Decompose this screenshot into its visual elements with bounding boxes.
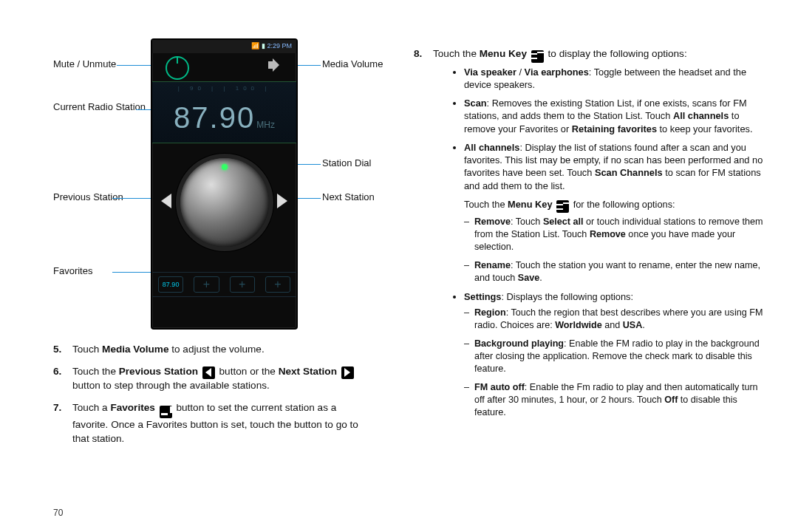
label-next-station: Next Station — [322, 192, 375, 203]
label-station-dial: Station Dial — [322, 158, 371, 169]
opt-scan: Scan: Removes the existing Station List,… — [464, 97, 767, 135]
sub-rename: Rename: Touch the station you want to re… — [474, 259, 767, 284]
frequency-value: 87.90 — [174, 101, 255, 134]
prev-station-button[interactable] — [161, 194, 171, 208]
clock: 2:29 PM — [267, 42, 292, 50]
left-column: Mute / Unmute Current Radio Station Prev… — [53, 38, 375, 454]
step-8: Touch the Menu Key to display the follow… — [414, 47, 767, 419]
page: Mute / Unmute Current Radio Station Prev… — [0, 0, 798, 532]
frequency-display: | 90 | | 100 | 87.90MHz — [152, 81, 296, 143]
all-channels-sub: Remove: Touch Select all or touch indivi… — [464, 216, 767, 284]
chevron-left-icon — [202, 366, 215, 379]
radio-diagram: Mute / Unmute Current Radio Station Prev… — [53, 38, 375, 334]
label-mute: Mute / Unmute — [53, 59, 116, 70]
station-dial[interactable] — [180, 158, 269, 247]
sub-fm-auto-off: FM auto off: Enable the Fm radio to play… — [474, 381, 767, 419]
favorite-slot-4[interactable]: + — [265, 276, 290, 293]
wifi-icon: 📶 — [251, 42, 259, 50]
settings-sub: Region: Touch the region that best descr… — [464, 307, 767, 419]
sub-region: Region: Touch the region that best descr… — [474, 307, 767, 332]
phone-mock: 📶 ▮ 2:29 PM | 90 | | 100 | 87.90MHz 87.9… — [151, 38, 298, 330]
steps-list-left: Touch Media Volume to adjust the volume.… — [53, 343, 375, 446]
opt-settings: Settings: Displays the following options… — [464, 290, 767, 418]
sub-remove: Remove: Touch Select all or touch indivi… — [474, 216, 767, 253]
volume-button[interactable] — [268, 58, 284, 75]
submenu-intro: Touch the Menu Key for the following opt… — [464, 198, 767, 214]
battery-icon: ▮ — [262, 42, 265, 50]
menu-key-icon — [531, 50, 544, 63]
next-station-button[interactable] — [277, 194, 287, 208]
step-5: Touch Media Volume to adjust the volume. — [53, 343, 375, 356]
status-bar: 📶 ▮ 2:29 PM — [152, 40, 296, 53]
opt-via-speaker: Via speaker / Via earphones: Toggle betw… — [464, 66, 767, 92]
step-6: Touch the Previous Station button or the… — [53, 365, 375, 392]
label-favorites: Favorites — [53, 266, 92, 277]
opt-all-channels: All channels: Display the list of statio… — [464, 141, 767, 285]
favorite-slot-1[interactable]: 87.90 — [158, 276, 183, 293]
favorites-bar: 87.90 + + + — [152, 272, 296, 297]
right-column: Touch the Menu Key to display the follow… — [414, 38, 767, 428]
mute-toggle[interactable] — [166, 56, 189, 80]
frequency-ticks: | 90 | | 100 | — [152, 82, 296, 93]
sub-bg-playing: Background playing: Enable the FM radio … — [474, 338, 767, 375]
options-list: Via speaker / Via earphones: Toggle betw… — [451, 66, 767, 419]
favorite-slot-2[interactable]: + — [194, 276, 219, 293]
label-current-station: Current Radio Station — [53, 102, 146, 113]
menu-key-icon — [556, 200, 569, 213]
favorite-slot-3[interactable]: + — [230, 276, 255, 293]
frequency-unit: MHz — [256, 120, 275, 130]
plus-icon — [160, 406, 172, 418]
chevron-right-icon — [341, 366, 354, 379]
step-7: Touch a Favorites button to set the curr… — [53, 401, 375, 446]
page-number: 70 — [53, 507, 63, 519]
label-media-volume: Media Volume — [322, 59, 383, 70]
steps-list-right: Touch the Menu Key to display the follow… — [414, 47, 767, 419]
